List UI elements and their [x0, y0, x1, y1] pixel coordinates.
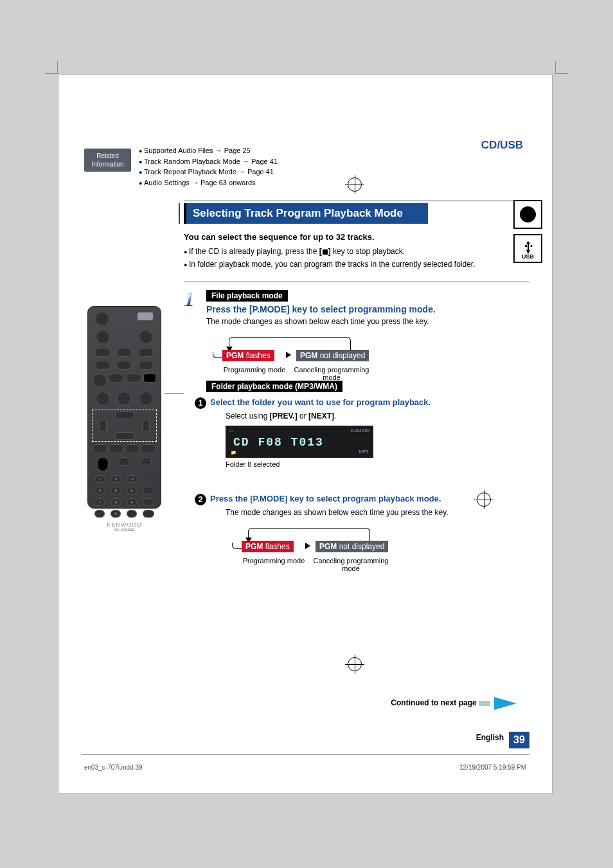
substep-1-heading: 1Select the folder you want to use for p… — [213, 397, 492, 409]
related-item: Supported Audio Files → Page 25 — [139, 145, 278, 156]
substep-2-heading: 2Press the [P.MODE] key to select progra… — [213, 494, 492, 505]
arrow-right-icon — [494, 697, 517, 710]
horizontal-rule — [184, 201, 529, 201]
step-1: 1 File playback mode Press the [P.MODE] … — [184, 290, 473, 395]
folder-playback-section: Folder playback mode (MP3/WMA) 1Select t… — [184, 381, 492, 586]
substep-number-1: 1 — [195, 397, 206, 409]
page: CD/USB Related Information Supported Aud… — [58, 74, 553, 794]
substep-number-2: 2 — [195, 494, 206, 505]
step-body: The mode changes as shown below each tim… — [206, 317, 473, 326]
substep-2-body: The mode changes as shown below each tim… — [226, 508, 492, 517]
related-info-badge: Related Information — [84, 149, 131, 172]
crop-mark — [45, 61, 58, 74]
related-item: Audio Settings → Page 63 onwards — [139, 177, 278, 188]
pgm-notdisplayed-box: PGM not displayed — [296, 350, 369, 361]
caption-programming: Programming mode — [219, 366, 290, 374]
callout-line — [164, 393, 184, 393]
caption-canceling: Canceling programming mode — [293, 366, 370, 381]
intro-heading: You can select the sequence for up to 32… — [184, 232, 479, 242]
registration-mark-icon — [348, 657, 362, 671]
lcd-display: ⬭ D.AUDIO CD F08 T013 📁 MP3 — [226, 426, 373, 458]
section-header: CD/USB — [481, 139, 523, 152]
related-label-2: Information — [91, 161, 123, 168]
mode-label-folder: Folder playback mode (MP3/WMA) — [206, 381, 342, 392]
caption-canceling: Canceling programming mode — [312, 557, 389, 572]
print-footer-filename: en03_c-707i.indd 39 — [84, 764, 143, 771]
pgm-flashes-box: PGM flashes — [242, 541, 294, 552]
media-type-icons: USB — [513, 200, 549, 268]
usb-label: USB — [515, 253, 541, 260]
step-heading: Press the [P.MODE] key to select program… — [206, 304, 473, 314]
continued-next-page: Continued to next page — [391, 697, 517, 710]
arrow-tail — [479, 701, 490, 706]
intro-block: You can select the sequence for up to 32… — [184, 232, 479, 273]
print-footer-timestamp: 12/19/2007 5:19:59 PM — [459, 764, 526, 771]
related-info-list: Supported Audio Files → Page 25 Track Ra… — [139, 145, 278, 188]
horizontal-rule — [184, 282, 529, 282]
related-label-1: Related — [96, 152, 118, 159]
remote-control-illustration: 123 456 789 0 KENWOOD RC-F0503E — [87, 306, 161, 509]
step-number: 1 — [184, 287, 195, 311]
pgm-notdisplayed-box: PGM not displayed — [315, 541, 388, 552]
footer-language: English — [476, 733, 504, 742]
registration-mark-icon — [348, 177, 362, 192]
topic-title: Selecting Track Program Playback Mode — [184, 203, 428, 224]
related-item: Track Random Playback Mode → Page 41 — [139, 156, 278, 167]
pgm-toggle-diagram-2: PGM flashes PGM not displayed Programmin… — [226, 525, 418, 586]
footer-rule — [81, 754, 529, 755]
related-item: Track Repeat Playback Mode → Page 41 — [139, 167, 278, 177]
footer-page-number: 39 — [509, 732, 529, 748]
lcd-caption: Folder 8 selected — [226, 460, 492, 468]
stop-icon — [323, 249, 328, 255]
remote-model: RC-F0503E — [92, 528, 157, 532]
mode-label-file: File playback mode — [206, 290, 288, 302]
usb-icon: USB — [513, 234, 542, 263]
intro-bullet: In folder playback mode, you can program… — [184, 260, 479, 269]
lcd-text: CD F08 T013 — [233, 436, 324, 449]
caption-programming: Programming mode — [238, 557, 309, 565]
crop-mark — [555, 61, 568, 74]
cd-disc-icon — [513, 200, 542, 229]
pgm-flashes-box: PGM flashes — [222, 350, 274, 361]
substep-1-body: Select using [PREV.] or [NEXT]. — [226, 411, 492, 420]
remote-brand: KENWOOD — [92, 521, 157, 528]
intro-bullet: If the CD is already playing, press the … — [184, 247, 479, 256]
